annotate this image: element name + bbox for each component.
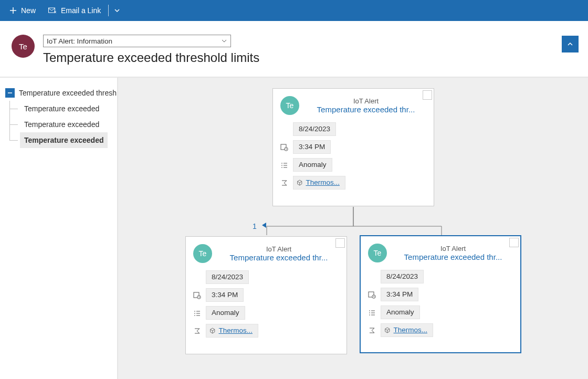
new-button[interactable]: New	[3, 0, 42, 21]
card-select-checkbox[interactable]	[423, 90, 432, 100]
record-title: Temperature exceeded threshold limits	[43, 50, 562, 65]
card-device-link[interactable]: Thermos...	[381, 323, 433, 337]
sigma-icon	[279, 179, 289, 187]
cube-icon	[384, 327, 390, 334]
card-avatar: Te	[368, 244, 387, 262]
tree-collapse-toggle[interactable]	[5, 88, 15, 98]
tree-item-label: Temperature exceeded	[20, 132, 108, 148]
card-entity-type: IoT Alert	[393, 245, 513, 252]
chevron-down-icon	[221, 38, 227, 44]
card-device-link[interactable]: Thermos...	[293, 176, 345, 190]
collapse-header-button[interactable]	[562, 36, 579, 52]
triangle-left-icon	[261, 222, 267, 229]
card-date-field: 8/24/2023	[206, 270, 249, 284]
list-icon	[192, 309, 202, 317]
command-separator	[108, 5, 109, 16]
card-select-checkbox[interactable]	[335, 238, 345, 248]
card-date-field: 8/24/2023	[381, 270, 424, 283]
card-time-field: 3:34 PM	[293, 140, 331, 154]
more-commands-button[interactable]	[110, 0, 124, 21]
hierarchy-card-parent[interactable]: Te IoT Alert Temperature exceeded thr...…	[272, 88, 434, 206]
card-title-link[interactable]: Temperature exceeded thr...	[218, 253, 339, 262]
card-title-link[interactable]: Temperature exceeded thr...	[393, 252, 513, 261]
hierarchy-card-child[interactable]: Te IoT Alert Temperature exceeded thr...…	[360, 235, 521, 353]
record-header: Te IoT Alert: Information Temperature ex…	[0, 21, 588, 77]
card-time-field: 3:34 PM	[206, 288, 244, 302]
card-title-link[interactable]: Temperature exceeded thr...	[306, 105, 426, 114]
minus-icon	[7, 90, 13, 96]
plus-icon	[9, 7, 17, 14]
list-icon	[367, 309, 376, 317]
card-status-field: Anomaly	[206, 306, 245, 320]
card-date-field: 8/24/2023	[293, 122, 336, 136]
hierarchy-card-child[interactable]: Te IoT Alert Temperature exceeded thr...…	[185, 236, 347, 354]
tree-root[interactable]: Temperature exceeded thresh	[0, 85, 117, 101]
tree-item[interactable]: Temperature exceeded	[0, 117, 117, 132]
card-device-link[interactable]: Thermos...	[206, 324, 258, 338]
email-link-label: Email a Link	[61, 6, 101, 15]
form-selector[interactable]: IoT Alert: Information	[43, 35, 231, 47]
sigma-icon	[192, 327, 202, 335]
email-link-icon	[48, 7, 57, 14]
tree-item[interactable]: Temperature exceeded	[0, 132, 117, 148]
chevron-down-icon	[114, 7, 120, 14]
tree-item-label: Temperature exceeded	[20, 117, 103, 132]
pager-count: 1	[253, 222, 257, 230]
record-avatar: Te	[12, 35, 35, 58]
tree-root-label: Temperature exceeded thresh	[19, 85, 117, 101]
chevron-up-icon	[566, 40, 574, 48]
hierarchy-canvas[interactable]: 1 Te IoT Alert Temperature exceeded thr.…	[118, 78, 588, 379]
form-selector-label: IoT Alert: Information	[47, 37, 112, 45]
pager-prev-button[interactable]	[261, 222, 267, 231]
card-status-field: Anomaly	[293, 158, 332, 172]
command-bar: New Email a Link	[0, 0, 588, 21]
list-icon	[279, 161, 289, 169]
cube-icon	[209, 327, 215, 334]
card-entity-type: IoT Alert	[218, 245, 339, 253]
tree-item-label: Temperature exceeded	[20, 101, 103, 117]
new-button-label: New	[21, 6, 36, 15]
card-avatar: Te	[280, 96, 299, 115]
tree-item[interactable]: Temperature exceeded	[0, 101, 117, 117]
hierarchy-tree: Temperature exceeded thresh Temperature …	[0, 78, 118, 379]
cube-icon	[297, 179, 302, 186]
card-time-field: 3:34 PM	[381, 288, 418, 301]
card-select-checkbox[interactable]	[509, 238, 519, 247]
card-status-field: Anomaly	[381, 306, 420, 319]
sigma-icon	[367, 327, 376, 334]
calendar-clock-icon	[192, 291, 202, 299]
email-link-button[interactable]: Email a Link	[42, 0, 107, 21]
calendar-clock-icon	[279, 143, 289, 151]
calendar-clock-icon	[367, 291, 376, 299]
card-avatar: Te	[193, 244, 212, 263]
card-entity-type: IoT Alert	[306, 97, 426, 105]
child-pager: 1	[253, 222, 267, 231]
